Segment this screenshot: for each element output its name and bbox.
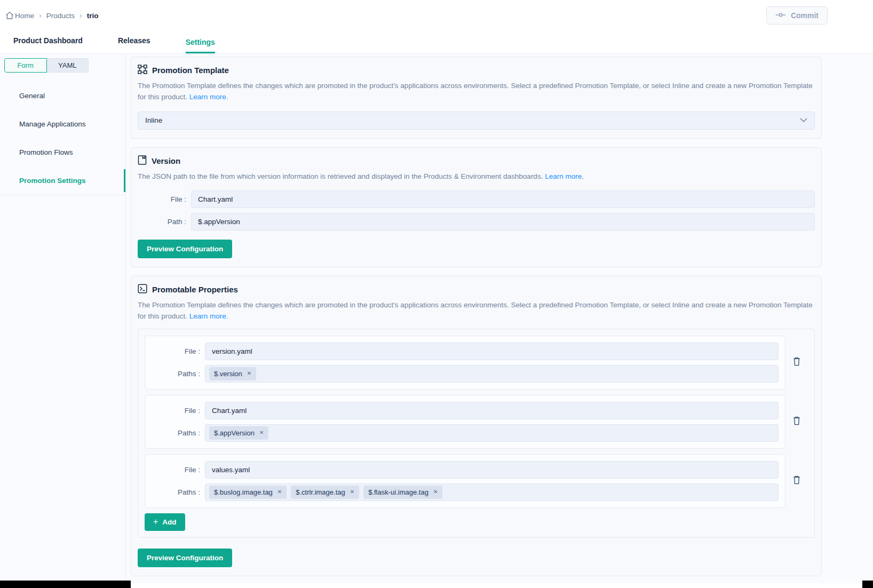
- breadcrumb-products[interactable]: Products: [46, 12, 75, 20]
- breadcrumb-current-product: trio: [87, 12, 99, 20]
- version-path-label: Path :: [138, 218, 191, 226]
- property-row-card: File : Paths : $.buslog.image.tag✕ $.ctr…: [145, 454, 785, 508]
- breadcrumb: Home › Products › trio: [5, 11, 98, 20]
- delete-property-button[interactable]: [785, 475, 808, 486]
- promotable-properties-list: File : Paths : $.version✕: [138, 329, 815, 538]
- property-paths-input[interactable]: $.appVersion✕: [205, 424, 779, 442]
- home-icon: [5, 11, 14, 20]
- version-file-label: File :: [138, 195, 191, 203]
- promotion-template-title: Promotion Template: [138, 65, 815, 76]
- property-file-input[interactable]: [205, 402, 779, 419]
- property-paths-label: Paths :: [152, 429, 205, 437]
- promotable-properties-title: Promotable Properties: [138, 284, 815, 295]
- trash-icon: [792, 475, 801, 486]
- property-paths-label: Paths :: [152, 488, 205, 496]
- toggle-form[interactable]: Form: [4, 58, 47, 73]
- close-icon[interactable]: ✕: [247, 371, 251, 376]
- template-squares-icon: [138, 65, 147, 76]
- delete-property-button[interactable]: [785, 357, 808, 368]
- form-yaml-toggle: Form YAML: [4, 58, 89, 73]
- breadcrumb-home[interactable]: Home: [5, 11, 34, 20]
- property-paths-label: Paths :: [152, 370, 205, 378]
- property-file-label: File :: [152, 347, 205, 355]
- promotable-properties-description: The Promotion Template defines the chang…: [138, 299, 815, 322]
- learn-more-link[interactable]: Learn more.: [545, 172, 584, 180]
- sidebar-item-general[interactable]: General: [0, 82, 125, 110]
- preview-configuration-button[interactable]: Preview Configuration: [138, 240, 232, 258]
- learn-more-link[interactable]: Learn more.: [189, 312, 228, 320]
- property-row-card: File : Paths : $.version✕: [145, 336, 785, 390]
- close-icon[interactable]: ✕: [350, 489, 354, 495]
- property-file-input[interactable]: [205, 343, 779, 360]
- breadcrumb-separator-icon: ›: [80, 11, 82, 20]
- settings-content: Promotion Template The Promotion Templat…: [126, 54, 873, 583]
- property-paths-input[interactable]: $.version✕: [205, 365, 779, 383]
- sidebar-item-promotion-flows[interactable]: Promotion Flows: [0, 138, 125, 166]
- close-icon[interactable]: ✕: [277, 489, 282, 495]
- terminal-icon: [138, 284, 147, 295]
- product-tabs: Product Dashboard Releases Settings: [0, 31, 873, 54]
- preview-configuration-button[interactable]: Preview Configuration: [138, 549, 232, 567]
- property-file-input[interactable]: [205, 461, 779, 479]
- top-header: Home › Products › trio Commit: [0, 0, 873, 31]
- trash-icon: [792, 416, 801, 427]
- property-row: File : Paths : $.buslog.image.tag✕ $.ctr…: [145, 454, 808, 508]
- promotion-template-select[interactable]: Inline: [138, 112, 815, 130]
- tab-product-dashboard[interactable]: Product Dashboard: [13, 30, 83, 53]
- sidebar-item-promotion-settings[interactable]: Promotion Settings: [0, 166, 125, 195]
- add-property-button[interactable]: + Add: [145, 513, 185, 531]
- bottom-left-black-bar: [0, 581, 131, 588]
- version-file-icon: [138, 155, 147, 166]
- promotion-template-card: Promotion Template The Promotion Templat…: [131, 57, 822, 139]
- version-title: Version: [138, 155, 815, 166]
- git-commit-icon: [775, 11, 786, 20]
- delete-property-button[interactable]: [785, 416, 808, 427]
- property-file-label: File :: [152, 466, 205, 474]
- close-icon[interactable]: ✕: [259, 430, 264, 435]
- learn-more-link[interactable]: Learn more.: [189, 93, 228, 101]
- selected-template-value: Inline: [145, 116, 162, 124]
- promotion-template-description: The Promotion Template defines the chang…: [138, 80, 815, 103]
- bottom-right-black-bar: [862, 581, 873, 588]
- path-tag: $.flask-ui.image.tag✕: [363, 486, 442, 499]
- toggle-yaml[interactable]: YAML: [47, 58, 89, 73]
- breadcrumb-separator-icon: ›: [39, 11, 42, 20]
- path-tag: $.ctrlr.image.tag✕: [291, 486, 359, 499]
- commit-button[interactable]: Commit: [766, 6, 828, 25]
- property-paths-input[interactable]: $.buslog.image.tag✕ $.ctrlr.image.tag✕ $…: [205, 483, 779, 501]
- version-path-input[interactable]: [191, 213, 815, 231]
- property-row-card: File : Paths : $.appVersion✕: [145, 395, 785, 449]
- trash-icon: [792, 357, 801, 368]
- tab-releases[interactable]: Releases: [118, 30, 150, 53]
- close-icon[interactable]: ✕: [433, 489, 438, 495]
- sidebar-nav: General Manage Applications Promotion Fl…: [0, 82, 125, 195]
- property-row: File : Paths : $.appVersion✕: [145, 395, 808, 449]
- path-tag: $.buslog.image.tag✕: [209, 486, 287, 499]
- settings-sidebar: Form YAML General Manage Applications Pr…: [0, 54, 126, 583]
- promotable-properties-card: Promotable Properties The Promotion Temp…: [131, 276, 822, 576]
- path-tag: $.version✕: [209, 367, 256, 380]
- plus-icon: +: [153, 518, 158, 526]
- version-description: The JSON path to the file from which ver…: [138, 171, 815, 182]
- chevron-down-icon: [800, 116, 807, 124]
- path-tag: $.appVersion✕: [209, 426, 268, 440]
- sidebar-item-manage-applications[interactable]: Manage Applications: [0, 110, 125, 138]
- version-card: Version The JSON path to the file from w…: [131, 147, 822, 267]
- version-file-input[interactable]: [191, 190, 815, 208]
- tab-settings[interactable]: Settings: [186, 31, 215, 53]
- property-row: File : Paths : $.version✕: [145, 336, 808, 390]
- property-file-label: File :: [152, 407, 205, 415]
